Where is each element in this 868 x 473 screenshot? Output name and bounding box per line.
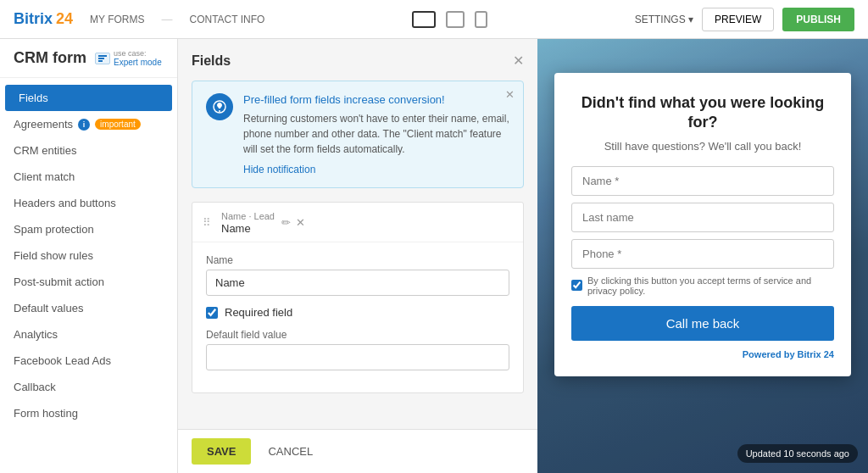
preview-button[interactable]: PREVIEW <box>702 8 774 31</box>
settings-button[interactable]: SETTINGS ▾ <box>635 14 693 25</box>
svg-rect-1 <box>98 58 104 59</box>
tablet-icon[interactable] <box>446 11 465 28</box>
required-field-label: Required field <box>225 306 292 319</box>
drag-handle-icon[interactable]: ⠿ <box>203 216 211 229</box>
field-body: Name Required field Default field value <box>192 242 523 392</box>
field-card: ⠿ Name · Lead Name ✏ ✕ Name <box>192 202 524 393</box>
sidebar-item-fields-label: Fields <box>19 92 48 104</box>
field-display-name: Name <box>221 222 251 235</box>
sidebar-item-agreements[interactable]: Agreements i important <box>0 111 177 137</box>
sidebar-item-spam-protection[interactable]: Spam protection <box>0 216 177 242</box>
save-button[interactable]: SAVE <box>192 438 251 465</box>
call-me-back-button[interactable]: Call me back <box>571 306 834 341</box>
notification-content: Pre-filled form fields increase conversi… <box>243 93 509 175</box>
cancel-button[interactable]: CANCEL <box>259 438 321 465</box>
sidebar-item-facebook-lead[interactable]: Facebook Lead Ads <box>0 348 177 374</box>
panel-inner: Fields ✕ Pre-filled form fields increase… <box>178 39 537 429</box>
svg-rect-0 <box>98 55 107 57</box>
name-form-group: Name <box>206 254 509 296</box>
important-icon: i <box>78 119 90 131</box>
top-nav: Bitrix 24 MY FORMS — CONTACT INFO SETTIN… <box>0 0 868 39</box>
powered-by-text: Powered by <box>743 349 798 359</box>
use-case-label: use case: <box>114 49 162 58</box>
default-value-form-group: Default field value <box>206 329 509 370</box>
powered-brand: Bitrix 24 <box>798 349 834 359</box>
sidebar-item-post-submit-label: Post-submit action <box>14 275 104 288</box>
sidebar-header: CRM form use case: Expert mode <box>0 39 177 78</box>
sidebar-item-field-show-rules-label: Field show rules <box>14 249 93 262</box>
logo-num: 24 <box>56 10 73 28</box>
sidebar: CRM form use case: Expert mode Fields Ag… <box>0 39 178 473</box>
terms-text: By clicking this button you accept terms… <box>587 275 834 296</box>
required-checkbox-row: Required field <box>206 306 509 319</box>
delete-field-button[interactable]: ✕ <box>296 216 305 229</box>
notification-text: Returning customers won't have to enter … <box>243 111 509 157</box>
agreements-badge: important <box>95 119 141 130</box>
preview-title: Didn't find what you were looking for? <box>571 93 834 133</box>
notification-icon <box>206 93 233 120</box>
sidebar-item-facebook-lead-label: Facebook Lead Ads <box>14 354 111 367</box>
preview-lastname-input[interactable] <box>571 203 834 232</box>
sidebar-item-form-hosting[interactable]: Form hosting <box>0 400 177 426</box>
powered-by: Powered by Bitrix 24 <box>571 349 834 359</box>
center-panel: Fields ✕ Pre-filled form fields increase… <box>178 39 537 473</box>
panel-header: Fields ✕ <box>192 53 524 69</box>
edit-field-button[interactable]: ✏ <box>281 216 291 229</box>
my-forms-link[interactable]: MY FORMS <box>90 14 144 25</box>
name-field-label: Name <box>206 254 509 266</box>
name-field-input[interactable] <box>206 270 509 296</box>
device-switcher <box>412 11 487 28</box>
logo-name: Bitrix <box>14 10 53 28</box>
use-case-value: Expert mode <box>114 58 162 67</box>
mobile-icon[interactable] <box>475 11 487 28</box>
sidebar-item-agreements-label: Agreements <box>14 118 73 131</box>
sidebar-item-analytics[interactable]: Analytics <box>0 321 177 348</box>
sidebar-item-analytics-label: Analytics <box>14 328 58 341</box>
sidebar-item-default-values[interactable]: Default values <box>0 295 177 321</box>
preview-name-input[interactable] <box>571 166 834 196</box>
sidebar-item-crm-entities[interactable]: CRM entities <box>0 137 177 164</box>
top-right-actions: SETTINGS ▾ PREVIEW PUBLISH <box>635 8 854 31</box>
svg-point-4 <box>219 110 220 112</box>
notification-title: Pre-filled form fields increase conversi… <box>243 93 509 106</box>
sidebar-item-fields[interactable]: Fields <box>5 85 172 111</box>
sidebar-item-headers-buttons[interactable]: Headers and buttons <box>0 190 177 216</box>
preview-phone-input[interactable] <box>571 239 834 269</box>
use-case-link[interactable]: use case: Expert mode <box>95 49 162 67</box>
notification-box: Pre-filled form fields increase conversi… <box>192 81 524 188</box>
main-layout: CRM form use case: Expert mode Fields Ag… <box>0 39 868 473</box>
hide-notification-link[interactable]: Hide notification <box>243 164 509 175</box>
sidebar-item-headers-buttons-label: Headers and buttons <box>14 197 116 209</box>
updated-badge: Updated 10 seconds ago <box>737 444 858 463</box>
right-preview: Didn't find what you were looking for? S… <box>537 39 868 473</box>
logo: Bitrix 24 <box>14 10 73 28</box>
sidebar-item-callback[interactable]: Callback <box>0 374 177 400</box>
field-actions: ✏ ✕ <box>281 216 305 229</box>
sidebar-item-post-submit[interactable]: Post-submit action <box>0 269 177 295</box>
contact-info-link[interactable]: CONTACT INFO <box>190 14 265 25</box>
close-panel-button[interactable]: ✕ <box>513 53 524 69</box>
default-value-input[interactable] <box>206 344 509 370</box>
preview-subtitle: Still have questions? We'll call you bac… <box>571 140 834 153</box>
sidebar-item-client-match[interactable]: Client match <box>0 164 177 190</box>
sidebar-nav: Fields Agreements i important CRM entiti… <box>0 78 177 473</box>
desktop-icon[interactable] <box>412 11 436 28</box>
sidebar-item-crm-entities-label: CRM entities <box>14 144 76 157</box>
terms-checkbox[interactable] <box>571 280 582 291</box>
notification-close-button[interactable]: ✕ <box>505 88 515 101</box>
use-case-icon <box>95 53 110 64</box>
sidebar-item-form-hosting-label: Form hosting <box>14 407 78 420</box>
sidebar-item-spam-protection-label: Spam protection <box>14 223 94 236</box>
sidebar-item-client-match-label: Client match <box>14 170 75 183</box>
sidebar-item-field-show-rules[interactable]: Field show rules <box>0 242 177 269</box>
sidebar-item-default-values-label: Default values <box>14 302 83 314</box>
preview-card: Didn't find what you were looking for? S… <box>554 73 851 376</box>
terms-checkbox-row: By clicking this button you accept terms… <box>571 275 834 296</box>
panel-title: Fields <box>192 53 231 69</box>
publish-button[interactable]: PUBLISH <box>782 8 854 31</box>
svg-rect-2 <box>98 60 103 62</box>
field-card-header: ⠿ Name · Lead Name ✏ ✕ <box>192 203 523 242</box>
field-entity-label: Name · Lead <box>221 211 275 221</box>
bottom-bar: SAVE CANCEL <box>178 429 537 473</box>
required-field-checkbox[interactable] <box>206 307 218 319</box>
